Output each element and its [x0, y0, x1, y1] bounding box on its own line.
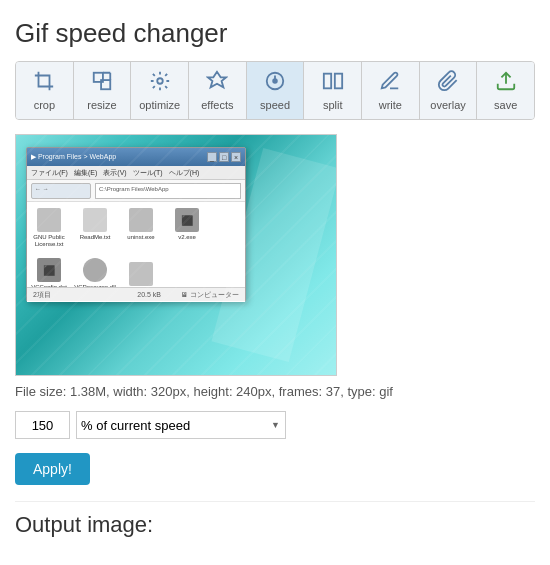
optimize-icon: [149, 70, 171, 97]
toolbar-crop-label: crop: [34, 99, 55, 111]
svg-rect-9: [335, 74, 342, 89]
split-icon: [322, 70, 344, 97]
toolbar-split-button[interactable]: split: [304, 62, 362, 119]
crop-icon: [33, 70, 55, 97]
toolbar-overlay-button[interactable]: overlay: [420, 62, 478, 119]
toolbar-save-button[interactable]: save: [477, 62, 534, 119]
toolbar-crop-button[interactable]: crop: [16, 62, 74, 119]
speed-mode-select[interactable]: % of current speed % of original speed s…: [76, 411, 286, 439]
resize-icon: [91, 70, 113, 97]
output-title: Output image:: [15, 501, 535, 538]
toolbar-write-label: write: [379, 99, 402, 111]
svg-rect-8: [324, 74, 331, 89]
toolbar-overlay-label: overlay: [430, 99, 465, 111]
save-icon: [495, 70, 517, 97]
svg-point-4: [157, 78, 163, 84]
toolbar-speed-button[interactable]: speed: [247, 62, 305, 119]
toolbar-effects-label: effects: [201, 99, 233, 111]
apply-button[interactable]: Apply!: [15, 453, 90, 485]
toolbar-optimize-button[interactable]: optimize: [131, 62, 189, 119]
overlay-icon: [437, 70, 459, 97]
toolbar-write-button[interactable]: write: [362, 62, 420, 119]
toolbar-resize-label: resize: [87, 99, 116, 111]
toolbar-speed-label: speed: [260, 99, 290, 111]
toolbar-effects-button[interactable]: effects: [189, 62, 247, 119]
toolbar: crop resize optimize effects: [15, 61, 535, 120]
speed-icon: [264, 70, 286, 97]
preview-container: ▶ Program Files > WebApp _ □ × ファイル(F)編集…: [15, 134, 337, 376]
app-title: Gif speed changer: [15, 10, 535, 61]
effects-icon: [206, 70, 228, 97]
speed-control: % of current speed % of original speed s…: [15, 411, 535, 439]
preview-image: ▶ Program Files > WebApp _ □ × ファイル(F)編集…: [16, 135, 336, 375]
toolbar-save-label: save: [494, 99, 517, 111]
toolbar-optimize-label: optimize: [139, 99, 180, 111]
toolbar-resize-button[interactable]: resize: [74, 62, 132, 119]
file-info: File size: 1.38M, width: 320px, height: …: [15, 384, 535, 399]
svg-point-6: [273, 79, 277, 83]
toolbar-split-label: split: [323, 99, 343, 111]
write-icon: [379, 70, 401, 97]
speed-value-input[interactable]: [15, 411, 70, 439]
